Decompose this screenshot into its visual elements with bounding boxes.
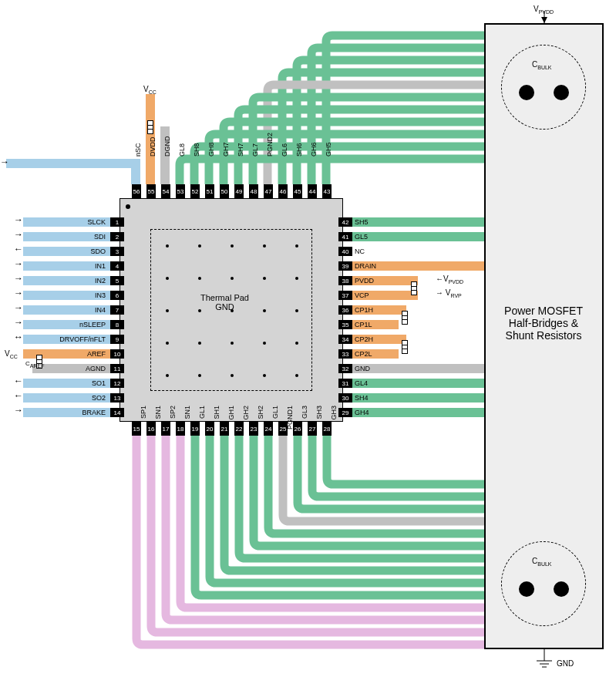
pin-55: 55 <box>146 184 156 198</box>
thermal-via <box>166 309 169 312</box>
pin-label-GL7: GL7 <box>251 126 259 157</box>
pin-43: 43 <box>322 184 332 198</box>
pin-33: 33 <box>338 349 352 359</box>
arrow-in: → <box>14 258 23 269</box>
trace-sh5 <box>352 217 484 227</box>
thermal-via <box>295 277 298 280</box>
pin-label-SLCK: SLCK <box>44 217 107 227</box>
pin-11: 11 <box>110 364 124 373</box>
pin-12: 12 <box>110 379 124 388</box>
pin-47: 47 <box>264 184 273 198</box>
pin1-marker <box>126 204 130 209</box>
arrow-in: → <box>14 273 23 284</box>
pin-label-DGND: DGND <box>163 126 171 157</box>
pin-label-NC: NC <box>355 247 365 256</box>
thermal-via <box>166 244 169 248</box>
pin-53: 53 <box>176 184 185 198</box>
pin-label-AREF: AREF <box>44 349 107 359</box>
trace-gl5 <box>352 232 484 241</box>
pin-label-DRVOFF/nFLT: DRVOFF/nFLT <box>44 335 107 344</box>
thermal-via <box>263 277 266 280</box>
pin-7: 7 <box>110 305 124 315</box>
pin-label-SH8: SH8 <box>193 126 200 157</box>
pin-39: 39 <box>338 261 352 271</box>
pin-45: 45 <box>293 184 302 198</box>
pin-label-SO2: SO2 <box>44 393 107 402</box>
thermal-via <box>263 244 266 248</box>
thermal-via <box>231 309 234 312</box>
thermal-via <box>295 244 298 248</box>
vcc-left-label: VCC <box>5 349 18 359</box>
pin-label-SH4: SH4 <box>355 393 369 402</box>
pin-37: 37 <box>338 291 352 300</box>
pin-10: 10 <box>110 349 124 359</box>
pin-label-VCP: VCP <box>355 291 369 300</box>
pin-35: 35 <box>338 320 352 329</box>
thermal-via <box>295 374 298 377</box>
thermal-via <box>231 244 234 248</box>
pin-label-nSC: nSC <box>134 126 142 157</box>
arrow-in: → <box>14 317 23 328</box>
thermal-via <box>166 277 169 280</box>
pin-label-GL6: GL6 <box>281 126 288 157</box>
trace-nsc <box>6 159 122 168</box>
pin-32: 32 <box>338 364 352 373</box>
pin-56: 56 <box>132 184 141 198</box>
pin-50: 50 <box>220 184 229 198</box>
arrow-in: → <box>14 288 23 298</box>
thermal-via <box>295 309 298 312</box>
pin-4: 4 <box>110 261 124 271</box>
caref-label: CAREF <box>25 360 44 369</box>
vcc-top-label: VCC <box>143 85 157 95</box>
pin-label-GH4: GH4 <box>355 408 369 417</box>
vpvdd-arrow-label: ←VPVDD <box>436 275 463 285</box>
cbulk-top-label: CBULK <box>532 60 552 70</box>
pin-label-GL5: GL5 <box>355 232 368 241</box>
thermal-via <box>231 342 234 345</box>
pin-30: 30 <box>338 393 352 402</box>
thermal-via <box>263 342 266 345</box>
pin-label-SH5: SH5 <box>355 217 369 227</box>
thermal-via <box>198 277 201 280</box>
cap-pvdd-vcp <box>411 281 417 295</box>
trace-gnd <box>352 364 484 373</box>
svg-marker-5 <box>541 17 547 23</box>
pin-44: 44 <box>308 184 317 198</box>
cbulk-bottom-label: CBULK <box>532 557 552 567</box>
pin-34: 34 <box>338 335 352 344</box>
arrow-in: → <box>14 229 23 240</box>
pin-54: 54 <box>161 184 170 198</box>
pin-13: 13 <box>110 393 124 402</box>
pin-5: 5 <box>110 276 124 285</box>
arrow-in: → <box>0 157 9 167</box>
pin-label-GH5: GH5 <box>325 126 332 157</box>
thermal-via <box>295 342 298 345</box>
thermal-via <box>231 374 234 377</box>
arrow-in: → <box>14 214 23 225</box>
pin-label-nSLEEP: nSLEEP <box>44 320 107 329</box>
pin-31: 31 <box>338 379 352 388</box>
cbulk-top <box>501 45 586 130</box>
pin-48: 48 <box>249 184 258 198</box>
pin-label-GH7: GH7 <box>222 126 230 157</box>
vrvp-arrow-label: → VRVP <box>436 288 462 298</box>
trace-gl4 <box>352 379 484 388</box>
thermal-via <box>166 374 169 377</box>
arrow-out: ← <box>14 390 23 401</box>
pin-6: 6 <box>110 291 124 300</box>
thermal-via <box>263 374 266 377</box>
pin-label-GND: GND <box>355 364 370 373</box>
pin-label-GH3: GH3 <box>330 406 338 438</box>
power-mosfet-label: Power MOSFET Half-Bridges & Shunt Resist… <box>493 305 594 342</box>
pin-label-CP2H: CP2H <box>355 335 373 344</box>
pin-38: 38 <box>338 276 352 285</box>
arrow-bi: ↔ <box>14 332 23 342</box>
arrow-out: ← <box>14 376 23 386</box>
pin-label-IN2: IN2 <box>44 276 107 285</box>
arrow-in: → <box>14 405 23 416</box>
thermal-via <box>198 342 201 345</box>
thermal-pad-label: Thermal Pad GND <box>200 293 249 312</box>
pin-1: 1 <box>110 217 124 227</box>
pin-52: 52 <box>190 184 200 198</box>
pin-41: 41 <box>338 232 352 241</box>
